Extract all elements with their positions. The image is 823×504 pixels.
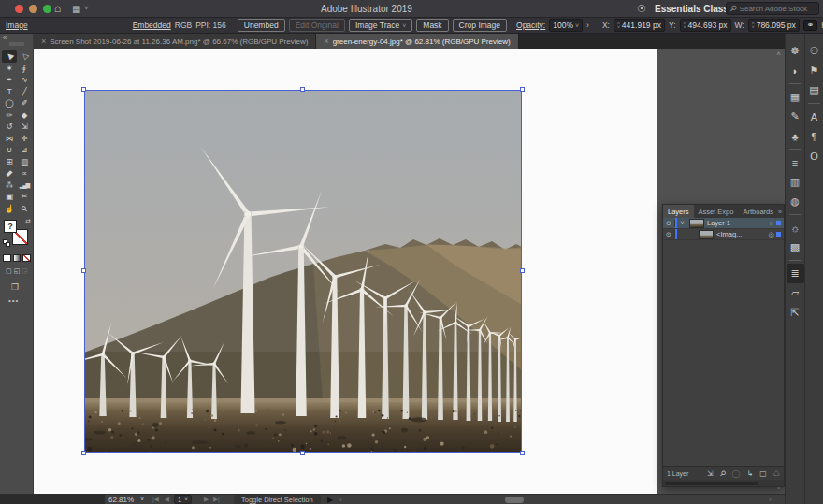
expand-chevron-icon[interactable]: ˅ <box>678 220 686 226</box>
fill-swatch-unknown[interactable]: ? <box>4 220 17 233</box>
collect-for-export-icon[interactable]: ⇲ <box>707 469 714 478</box>
none-button[interactable] <box>22 254 31 262</box>
search-input[interactable] <box>740 5 815 13</box>
document-tab-green-energy[interactable]: × green-energy-04.jpg* @ 62.81% (RGB/GPU… <box>316 34 518 49</box>
libraries-panel-icon[interactable]: ⚇ <box>805 41 823 61</box>
perspective-grid-tool[interactable]: ⊿ <box>17 144 32 156</box>
layers-hscrollbar[interactable] <box>663 480 784 486</box>
opacity-field[interactable]: 100%˅ <box>549 19 583 32</box>
chevron-down-icon[interactable]: ˅ <box>184 497 188 502</box>
tools-drag-handle[interactable] <box>9 42 24 46</box>
workspace-name[interactable]: Essentials Classic <box>655 4 736 14</box>
tab-layers[interactable]: Layers <box>663 205 694 218</box>
default-fill-stroke-icon[interactable] <box>3 239 10 247</box>
selection-handle[interactable] <box>520 451 525 455</box>
gradient-shape-icon[interactable]: ◗ <box>787 61 804 80</box>
gradient-panel-icon[interactable]: ▥ <box>787 172 804 192</box>
rotate-tool[interactable]: ↺ <box>2 121 17 133</box>
swatches-panel-icon[interactable]: ▦ <box>787 87 804 107</box>
shaper-tool[interactable]: ✏ <box>2 109 17 122</box>
artboard-canvas[interactable] <box>34 49 657 494</box>
screen-mode-icon[interactable]: ❐ <box>11 282 19 292</box>
close-icon[interactable]: × <box>41 36 46 46</box>
zoom-level[interactable]: 62.81% <box>108 496 134 504</box>
new-sublayer-icon[interactable]: ↳ <box>747 469 754 478</box>
workspace-switcher-icon[interactable]: ▦ <box>72 4 80 14</box>
stepper-icon[interactable]: ˄˅ <box>617 22 620 29</box>
tab-artboards[interactable]: Artboards <box>738 205 778 218</box>
asset-export-panel-icon[interactable]: ⇱ <box>787 303 804 323</box>
image-trace-button[interactable]: Image Trace˅ <box>349 19 412 32</box>
paintbrush-tool[interactable]: ✐ <box>17 97 32 109</box>
character-panel-icon[interactable]: A <box>805 107 823 126</box>
line-segment-tool[interactable]: ╱ <box>17 86 32 98</box>
mask-button[interactable]: Mask <box>416 19 448 32</box>
layer-row-2[interactable]: ⊙<Imag...◎ <box>663 229 784 240</box>
column-graph-tool[interactable]: ▂▄▆ <box>17 180 32 192</box>
lasso-tool[interactable]: ∮ <box>17 63 32 75</box>
graphic-styles-panel-icon[interactable]: ▩ <box>787 238 804 257</box>
tab-asset-export[interactable]: Asset Expo <box>694 205 739 218</box>
curvature-tool[interactable]: ∿ <box>17 74 32 86</box>
anchor-label[interactable]: Image <box>6 21 28 30</box>
selection-handle[interactable] <box>520 268 525 273</box>
close-icon[interactable]: × <box>324 36 328 46</box>
scroll-right-icon[interactable]: › <box>769 496 772 504</box>
swap-fill-stroke-icon[interactable]: ⇄ <box>25 218 31 225</box>
mesh-tool[interactable]: ⊞ <box>2 156 17 168</box>
transparency-panel-icon[interactable]: ◍ <box>787 192 804 211</box>
artboard-tool[interactable]: ▣ <box>2 191 17 203</box>
symbol-sprayer-tool[interactable]: ⁂ <box>2 180 17 192</box>
zoom-chevron-icon[interactable]: ˅ <box>140 496 144 502</box>
home-icon[interactable]: ⌂ <box>54 2 61 15</box>
brushes-panel-icon[interactable]: ✎ <box>787 107 804 126</box>
edit-toolbar-dots-icon[interactable]: ••• <box>8 296 19 305</box>
chevron-down-icon[interactable]: ˅ <box>402 22 406 29</box>
collapse-panel-icon[interactable]: » <box>778 209 782 215</box>
hand-tool[interactable]: ☝ <box>2 203 17 215</box>
opacity-label[interactable]: Opacity: <box>516 21 545 30</box>
zoom-tool[interactable]: ⚲ <box>17 203 32 215</box>
scroll-left-icon[interactable]: ‹ <box>339 496 342 504</box>
opentype-panel-icon[interactable]: O <box>805 146 823 166</box>
w-field[interactable]: ˄˅786.095 px <box>748 19 800 32</box>
gradient-button[interactable] <box>13 254 22 262</box>
crop-image-button[interactable]: Crop Image <box>453 19 507 32</box>
stepper-icon[interactable]: ˄˅ <box>684 22 686 29</box>
locate-object-icon[interactable]: ⚲ <box>717 468 728 479</box>
unembed-button[interactable]: Unembed <box>238 19 285 32</box>
instances-panel-icon[interactable]: ▤ <box>805 80 823 100</box>
constrain-proportions-link-icon[interactable]: ⚭ <box>803 20 818 31</box>
stroke-panel-icon[interactable]: ≡ <box>787 152 804 172</box>
selection-handle[interactable] <box>520 87 525 92</box>
direct-selection-tool[interactable]: ▷ <box>17 50 32 63</box>
selection-handle[interactable] <box>300 451 305 455</box>
draw-normal-icon[interactable]: ▢ <box>6 267 12 275</box>
selection-handle[interactable] <box>81 451 86 455</box>
placed-image-wind-turbines[interactable] <box>84 90 522 453</box>
target-icon[interactable]: ○ <box>766 220 776 226</box>
appearance-panel-icon[interactable]: ☼ <box>787 218 804 238</box>
draw-behind-icon[interactable]: ◱ <box>14 267 21 275</box>
scrollbar-thumb[interactable] <box>505 497 524 503</box>
y-field[interactable]: ˄˅494.693 px <box>680 19 731 32</box>
horizontal-scrollbar[interactable] <box>348 497 765 503</box>
layers-panel-icon[interactable]: ≣ <box>787 264 804 283</box>
status-menu-arrow-icon[interactable]: ▶ <box>327 496 333 504</box>
symbols-panel-icon[interactable]: ♣ <box>787 126 804 146</box>
collapse-tools-button[interactable]: « <box>3 34 7 42</box>
selection-handle[interactable] <box>81 87 86 92</box>
shape-builder-tool[interactable]: ∪ <box>2 144 17 156</box>
minimize-window-button[interactable] <box>29 5 37 13</box>
discover-bulb-icon[interactable]: ☉ <box>637 3 646 15</box>
visibility-eye-icon[interactable]: ⊙ <box>663 220 675 227</box>
target-icon[interactable]: ◎ <box>766 231 776 238</box>
workspace-chevron-icon[interactable]: ˅ <box>713 5 717 13</box>
free-transform-tool[interactable]: ✛ <box>17 133 32 145</box>
paragraph-panel-icon[interactable]: ¶ <box>805 126 823 146</box>
visibility-eye-icon[interactable]: ⊙ <box>663 231 675 238</box>
eraser-tool[interactable]: ◆ <box>17 109 32 122</box>
workspace-switcher-chevron-icon[interactable]: ˅ <box>84 4 89 12</box>
gradient-tool[interactable]: ▥ <box>17 156 32 168</box>
eyedropper-tool[interactable]: ▮ <box>2 167 17 180</box>
